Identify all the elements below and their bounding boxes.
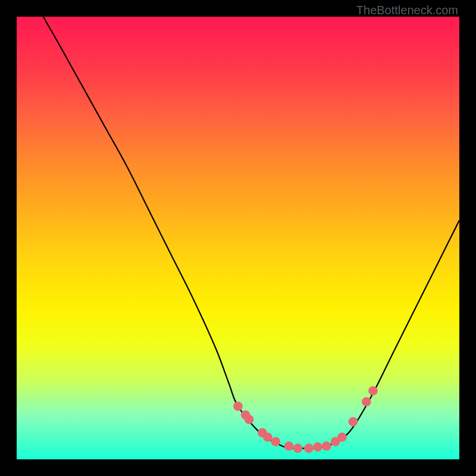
- curve-marker: [313, 442, 322, 452]
- bottleneck-curve: [17, 17, 459, 459]
- chart-container: TheBottleneck.com: [0, 0, 476, 476]
- curve-marker: [368, 386, 378, 396]
- curve-marker: [263, 433, 273, 442]
- curve-marker: [271, 437, 280, 446]
- curve-marker: [304, 444, 314, 453]
- curve-marker: [349, 417, 358, 427]
- curve-marker: [284, 441, 294, 451]
- curve-marker: [245, 415, 254, 424]
- curve-marker: [362, 397, 371, 406]
- plot-area: [17, 17, 459, 459]
- attribution-text: TheBottleneck.com: [356, 4, 458, 17]
- curve-marker: [337, 433, 347, 442]
- curve-marker: [233, 402, 243, 411]
- curve-marker: [293, 444, 303, 453]
- curve-marker: [322, 441, 331, 451]
